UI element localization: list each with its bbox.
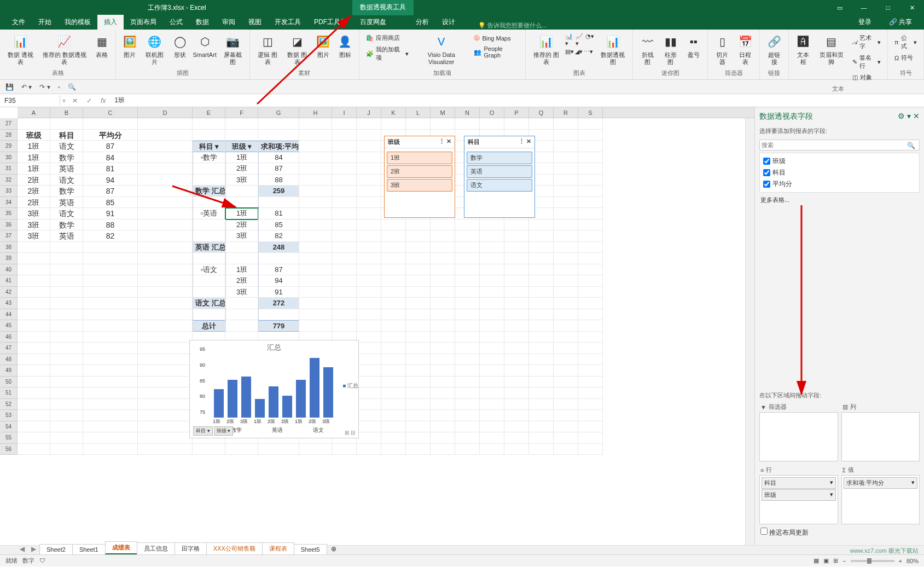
cell[interactable] bbox=[554, 197, 578, 209]
print-preview-icon[interactable]: 🔍 bbox=[68, 83, 76, 91]
cell[interactable] bbox=[554, 230, 578, 242]
cell[interactable] bbox=[138, 264, 193, 276]
cell[interactable] bbox=[504, 387, 529, 399]
slicer-item[interactable]: 2班 bbox=[387, 165, 452, 178]
row-header[interactable]: 30 bbox=[0, 152, 18, 164]
field-panel-gear-icon[interactable]: ⚙ ▾ bbox=[898, 112, 911, 120]
sheet-tab[interactable]: 成绩表 bbox=[105, 541, 137, 554]
piechart-icon[interactable]: ◔▾ bbox=[585, 33, 594, 47]
cell[interactable] bbox=[455, 444, 480, 455]
cell[interactable] bbox=[431, 253, 455, 264]
cell[interactable] bbox=[357, 421, 381, 433]
zone-row-item[interactable]: 班级 ▾ bbox=[762, 489, 836, 501]
namebox-dropdown-icon[interactable]: ▾ bbox=[60, 97, 68, 105]
cell[interactable] bbox=[332, 230, 357, 242]
chart-expand-icon[interactable]: ⊞ ⊟ bbox=[345, 430, 355, 436]
pivottable-tools-tab[interactable]: 数据透视表工具 bbox=[352, 0, 414, 15]
cell[interactable] bbox=[357, 141, 381, 152]
cell[interactable] bbox=[332, 298, 357, 309]
cell[interactable] bbox=[332, 186, 357, 197]
cell[interactable] bbox=[299, 152, 332, 164]
zone-value-item[interactable]: 求和项:平均分 ▾ bbox=[844, 477, 918, 489]
view-pagelayout-icon[interactable]: ▣ bbox=[823, 557, 829, 564]
cell[interactable] bbox=[554, 175, 578, 186]
tab-baidu[interactable]: 百度网盘 bbox=[353, 15, 393, 30]
cell[interactable] bbox=[138, 309, 193, 321]
cell[interactable] bbox=[381, 287, 406, 298]
cell[interactable] bbox=[554, 377, 578, 388]
cell[interactable] bbox=[332, 264, 357, 276]
cell[interactable] bbox=[406, 399, 431, 410]
cell[interactable] bbox=[406, 354, 431, 366]
cell[interactable] bbox=[138, 208, 193, 219]
cell[interactable]: 英语 bbox=[50, 197, 83, 209]
zoom-slider[interactable] bbox=[851, 560, 894, 562]
store-button[interactable]: 🛍️应用商店 bbox=[364, 33, 411, 43]
zoom-level[interactable]: 80% bbox=[906, 558, 919, 564]
field-panel-close-icon[interactable]: ✕ bbox=[913, 112, 920, 120]
cell[interactable] bbox=[225, 309, 258, 321]
cell[interactable] bbox=[578, 332, 603, 343]
slicer-controls-icon[interactable]: ⋮ ⨯ bbox=[439, 138, 451, 146]
row-header[interactable]: 34 bbox=[0, 197, 18, 209]
cell[interactable] bbox=[406, 444, 431, 455]
cell[interactable] bbox=[50, 410, 83, 421]
column-header[interactable]: D bbox=[138, 107, 193, 118]
cell[interactable] bbox=[578, 444, 603, 455]
redo-icon[interactable]: ↷ ▾ bbox=[39, 83, 50, 91]
cell[interactable] bbox=[431, 320, 455, 332]
cell[interactable]: 1班 bbox=[225, 152, 258, 164]
cell[interactable] bbox=[357, 275, 381, 287]
defer-layout-checkbox[interactable]: 推迟布局更新 bbox=[760, 529, 809, 536]
cell[interactable]: 91 bbox=[83, 208, 138, 219]
cell[interactable] bbox=[381, 242, 406, 253]
cell[interactable] bbox=[406, 377, 431, 388]
row-header[interactable]: 31 bbox=[0, 163, 18, 175]
row-header[interactable]: 55 bbox=[0, 432, 18, 444]
cell[interactable]: 数学 bbox=[50, 152, 83, 164]
cell[interactable]: 85 bbox=[83, 197, 138, 209]
cell[interactable] bbox=[357, 242, 381, 253]
row-header[interactable]: 39 bbox=[0, 253, 18, 264]
cell[interactable] bbox=[431, 377, 455, 388]
cell[interactable] bbox=[138, 152, 193, 164]
cell[interactable] bbox=[193, 253, 225, 264]
search-icon[interactable]: 🔍 bbox=[907, 142, 915, 149]
cell[interactable] bbox=[480, 377, 504, 388]
row-header[interactable]: 49 bbox=[0, 365, 18, 377]
cell[interactable] bbox=[225, 130, 258, 141]
name-box[interactable]: F35 bbox=[0, 96, 60, 106]
cell[interactable] bbox=[83, 264, 138, 276]
cell[interactable] bbox=[406, 332, 431, 343]
zone-row-item[interactable]: 科目 ▾ bbox=[762, 477, 836, 489]
cell[interactable] bbox=[299, 298, 332, 309]
cell[interactable] bbox=[50, 354, 83, 366]
cell[interactable] bbox=[332, 320, 357, 332]
cell[interactable] bbox=[138, 444, 193, 455]
linechart-icon[interactable]: 📈▾ bbox=[576, 33, 584, 47]
cell[interactable] bbox=[381, 332, 406, 343]
cell[interactable] bbox=[50, 298, 83, 309]
cell[interactable] bbox=[554, 354, 578, 366]
cell[interactable]: 数学 bbox=[50, 186, 83, 197]
cell[interactable]: 科目 bbox=[50, 130, 83, 141]
cell[interactable] bbox=[455, 365, 480, 377]
cell[interactable] bbox=[18, 421, 50, 433]
cell[interactable]: 数学 bbox=[50, 219, 83, 231]
cell[interactable] bbox=[578, 432, 603, 444]
cell[interactable] bbox=[406, 343, 431, 354]
cell[interactable] bbox=[529, 118, 554, 130]
cell[interactable] bbox=[381, 410, 406, 421]
share-button[interactable]: 🔗 共享 bbox=[882, 15, 919, 30]
cell[interactable] bbox=[578, 118, 603, 130]
cell[interactable] bbox=[504, 410, 529, 421]
tab-insert[interactable]: 插入 bbox=[97, 15, 124, 30]
cell[interactable] bbox=[381, 298, 406, 309]
cell[interactable]: 779 bbox=[258, 320, 299, 332]
shapes-button[interactable]: ◯形状 bbox=[170, 32, 190, 60]
cell[interactable] bbox=[431, 444, 455, 455]
cell[interactable]: 248 bbox=[258, 242, 299, 253]
cell[interactable] bbox=[18, 410, 50, 421]
cell[interactable] bbox=[554, 343, 578, 354]
cell[interactable] bbox=[381, 387, 406, 399]
